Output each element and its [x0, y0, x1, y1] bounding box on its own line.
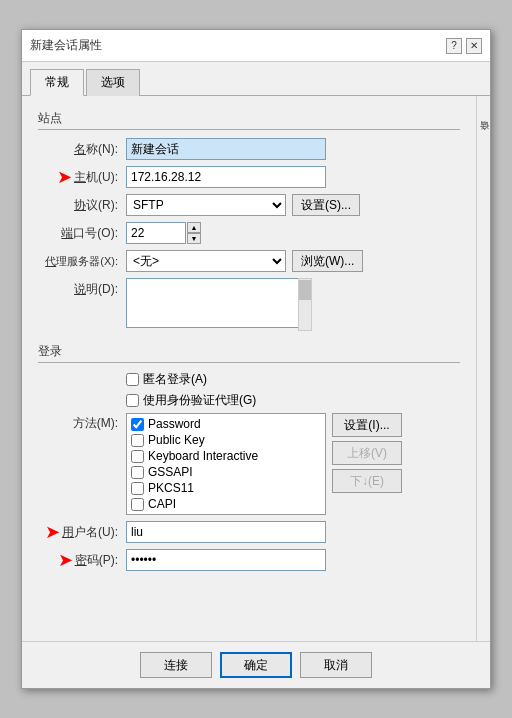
method-item-keyboard: Keyboard Interactive	[129, 448, 323, 464]
desc-row: 说明(D):	[38, 278, 460, 331]
method-gssapi-checkbox[interactable]	[131, 466, 144, 479]
port-up-button[interactable]: ▲	[187, 222, 201, 233]
method-pkcs11-checkbox[interactable]	[131, 482, 144, 495]
site-section-label: 站点	[38, 110, 460, 130]
agent-row: 使用身份验证代理(G)	[126, 392, 460, 409]
protocol-select[interactable]: SFTP FTP SCP FTPS	[126, 194, 286, 216]
browse-button[interactable]: 浏览(W)...	[292, 250, 363, 272]
protocol-row: 协议(R): SFTP FTP SCP FTPS 设置(S)...	[38, 194, 460, 216]
method-item-password: Password	[129, 416, 323, 432]
dialog: 新建会话属性 ? ✕ 常规 选项 站点 名称(N): ➤主机(U):	[21, 29, 491, 689]
protocol-label: 协议(R):	[38, 197, 118, 214]
main-content: 站点 名称(N): ➤主机(U): 协议(R): SFTP FTP SCP	[22, 96, 476, 641]
method-settings-button[interactable]: 设置(I)...	[332, 413, 402, 437]
connect-button[interactable]: 连接	[140, 652, 212, 678]
method-capi-label: CAPI	[148, 497, 176, 511]
method-list: Password Public Key Keyboard Interactive…	[126, 413, 326, 515]
agent-checkbox[interactable]	[126, 394, 139, 407]
password-label: ➤密码(P):	[38, 551, 118, 569]
method-publickey-checkbox[interactable]	[131, 434, 144, 447]
tab-options[interactable]: 选项	[86, 69, 140, 96]
host-row: ➤主机(U):	[38, 166, 460, 188]
username-input[interactable]	[126, 521, 326, 543]
method-capi-checkbox[interactable]	[131, 498, 144, 511]
port-input[interactable]	[126, 222, 186, 244]
host-label: ➤主机(U):	[38, 168, 118, 186]
password-input[interactable]	[126, 549, 326, 571]
username-row: ➤用户名(U):	[38, 521, 460, 543]
title-controls: ? ✕	[446, 38, 482, 54]
desc-label: 说明(D):	[38, 278, 118, 298]
method-item-publickey: Public Key	[129, 432, 323, 448]
method-item-capi: CAPI	[129, 496, 323, 512]
password-row: ➤密码(P):	[38, 549, 460, 571]
method-keyboard-label: Keyboard Interactive	[148, 449, 258, 463]
anonymous-label: 匿名登录(A)	[143, 371, 207, 388]
method-password-checkbox[interactable]	[131, 418, 144, 431]
name-label: 名称(N):	[38, 141, 118, 158]
method-buttons: 设置(I)... 上移(V) 下↓(E)	[332, 413, 402, 493]
method-item-pkcs11: PKCS11	[129, 480, 323, 496]
agent-label: 使用身份验证代理(G)	[143, 392, 256, 409]
method-label: 方法(M):	[38, 413, 118, 432]
desc-scrollbar[interactable]	[298, 278, 312, 331]
host-arrow-icon: ➤	[57, 168, 72, 186]
anonymous-row: 匿名登录(A)	[126, 371, 460, 388]
method-publickey-label: Public Key	[148, 433, 205, 447]
name-row: 名称(N):	[38, 138, 460, 160]
method-keyboard-checkbox[interactable]	[131, 450, 144, 463]
tab-general[interactable]: 常规	[30, 69, 84, 96]
anonymous-checkbox[interactable]	[126, 373, 139, 386]
method-row: 方法(M): Password Public Key Keyboard Inte…	[38, 413, 460, 515]
right-sidebar-text: 会话	[477, 136, 490, 138]
method-password-label: Password	[148, 417, 201, 431]
title-bar: 新建会话属性 ? ✕	[22, 30, 490, 62]
proxy-row: 代理服务器(X): <无> 浏览(W)...	[38, 250, 460, 272]
proxy-label: 代理服务器(X):	[38, 254, 118, 269]
right-sidebar: 会话	[476, 96, 490, 641]
host-input[interactable]	[126, 166, 326, 188]
method-gssapi-label: GSSAPI	[148, 465, 193, 479]
name-input[interactable]	[126, 138, 326, 160]
username-arrow-icon: ➤	[45, 523, 60, 541]
desc-wrapper	[126, 278, 312, 331]
cancel-button[interactable]: 取消	[300, 652, 372, 678]
port-down-button[interactable]: ▼	[187, 233, 201, 244]
desc-scrollbar-thumb	[299, 280, 311, 300]
port-row: 端口号(O): ▲ ▼	[38, 222, 460, 244]
port-label: 端口号(O):	[38, 225, 118, 242]
method-item-gssapi: GSSAPI	[129, 464, 323, 480]
method-up-button[interactable]: 上移(V)	[332, 441, 402, 465]
method-pkcs11-label: PKCS11	[148, 481, 194, 495]
tab-bar: 常规 选项	[22, 62, 490, 96]
port-spinners: ▲ ▼	[187, 222, 201, 244]
ok-button[interactable]: 确定	[220, 652, 292, 678]
port-wrapper: ▲ ▼	[126, 222, 201, 244]
desc-input[interactable]	[126, 278, 312, 328]
help-button[interactable]: ?	[446, 38, 462, 54]
protocol-settings-button[interactable]: 设置(S)...	[292, 194, 360, 216]
dialog-title: 新建会话属性	[30, 37, 102, 54]
proxy-select[interactable]: <无>	[126, 250, 286, 272]
password-arrow-icon: ➤	[58, 551, 73, 569]
method-down-button[interactable]: 下↓(E)	[332, 469, 402, 493]
dialog-footer: 连接 确定 取消	[22, 641, 490, 688]
close-button[interactable]: ✕	[466, 38, 482, 54]
username-label: ➤用户名(U):	[38, 523, 118, 541]
login-section-label: 登录	[38, 343, 460, 363]
